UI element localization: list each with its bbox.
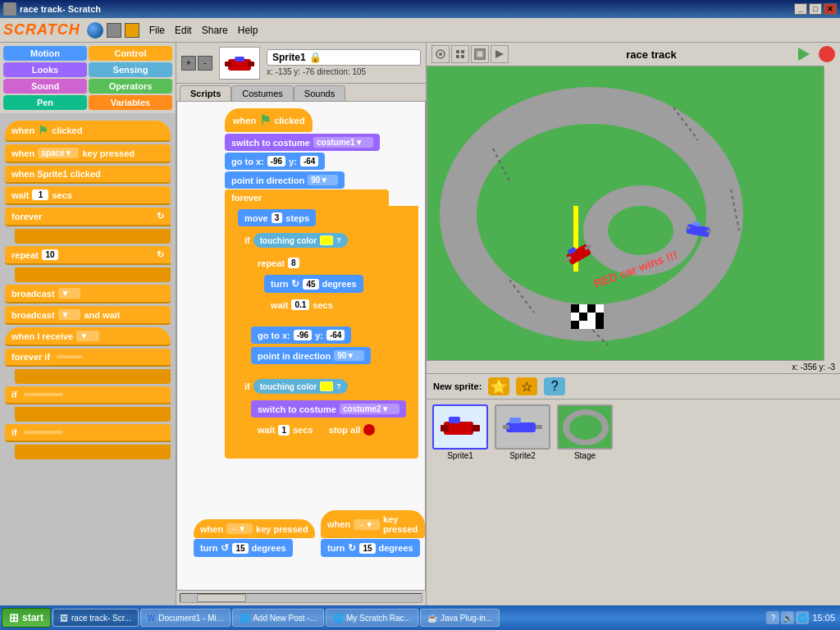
taskbar-word[interactable]: W Document1 - Mi... (140, 609, 231, 627)
svg-rect-52 (503, 425, 509, 429)
taskbar-items: 🖼 race track- Scr... W Document1 - Mi...… (52, 609, 765, 627)
block-move[interactable]: move 3 steps (238, 209, 316, 226)
close-button[interactable]: ✕ (824, 3, 837, 15)
color-swatch-2[interactable] (320, 381, 333, 391)
minimize-button[interactable]: _ (794, 3, 807, 15)
tab-scripts[interactable]: Scripts (180, 85, 231, 101)
block-wait[interactable]: wait 1 secs (5, 186, 171, 205)
category-pen[interactable]: Pen (3, 95, 87, 110)
category-sound[interactable]: Sound (3, 79, 87, 94)
view-controls (431, 45, 509, 63)
new-sprite-button[interactable]: ☆ (516, 377, 537, 395)
taskbar-scratch[interactable]: 🖼 race track- Scr... (52, 609, 139, 627)
svg-rect-29 (587, 304, 596, 313)
taskbar-java[interactable]: ☕ Java Plug-in... (420, 609, 500, 627)
category-control[interactable]: Control (89, 46, 172, 61)
block-turn-1[interactable]: turn ↻ 45 degrees (264, 275, 363, 293)
block-repeat-8[interactable]: repeat 8 (251, 254, 382, 272)
block-stop-all[interactable]: stop all (322, 421, 382, 439)
fullscreen-icon[interactable] (471, 45, 489, 63)
taskbar-scratch-label: race track- Scr... (71, 614, 131, 623)
block-when-clicked[interactable]: when ⚑ clicked (5, 121, 171, 142)
script-scrollbar[interactable] (176, 591, 426, 605)
svg-rect-8 (456, 55, 459, 58)
block-point-direction[interactable]: point in direction 90▼ (225, 171, 345, 189)
block-when-left[interactable]: when ←▼ key pressed (194, 519, 315, 538)
block-go-to-xy-2[interactable]: go to x: -96 y: -64 (251, 326, 351, 344)
block-switch-costume2[interactable]: switch to costume costume2▼ (251, 400, 406, 418)
block-broadcast[interactable]: broadcast ▼ (5, 285, 171, 304)
menu-share[interactable]: Share (202, 25, 228, 36)
menu-edit[interactable]: Edit (175, 25, 192, 36)
block-forever[interactable]: forever ↻ (5, 208, 171, 226)
touching-color-2[interactable]: touching color ? (253, 379, 348, 394)
block-key-pressed[interactable]: when space▼ key pressed (5, 144, 171, 163)
svg-rect-2 (248, 62, 254, 66)
scrollbar-thumb[interactable] (197, 594, 246, 602)
center-tabs: Scripts Costumes Sounds (176, 84, 426, 101)
paint-sprite-button[interactable]: ⭐ (488, 377, 509, 395)
block-if2[interactable]: if (5, 424, 171, 442)
block-if-touching2[interactable]: if touching color ? (238, 376, 390, 397)
block-repeat[interactable]: repeat 10 ↻ (5, 246, 171, 265)
category-variables[interactable]: Variables (89, 95, 172, 110)
category-operators[interactable]: Operators (89, 79, 172, 94)
view-icon-2[interactable] (451, 45, 469, 63)
sprite1-thumb[interactable]: Sprite1 (431, 404, 489, 460)
sprite2-thumb[interactable]: Sprite2 (494, 404, 551, 460)
block-turn-left[interactable]: turn ↺ 15 degrees (194, 539, 293, 557)
maximize-button[interactable]: □ (809, 3, 822, 15)
block-broadcast-wait[interactable]: broadcast ▼ and wait (5, 306, 171, 325)
block-forever-header[interactable]: forever (225, 189, 389, 206)
if1-body: repeat 8 turn ↻ 45 degrees (238, 251, 418, 368)
block-when-receive[interactable]: when I receive ▼ (5, 327, 171, 346)
tab-sounds[interactable]: Sounds (294, 85, 345, 101)
category-motion[interactable]: Motion (3, 46, 87, 61)
block-wait-01[interactable]: wait 0.1 secs (264, 296, 340, 313)
block-sprite-clicked[interactable]: when Sprite1 clicked (5, 166, 171, 184)
stage-size-icon[interactable] (491, 45, 509, 63)
script-area[interactable]: when ⚑ clicked switch to costume costume… (176, 101, 426, 591)
stage-label: Stage (574, 451, 596, 460)
menu-file[interactable]: File (149, 25, 165, 36)
view-icon-1[interactable] (431, 45, 450, 63)
start-button[interactable]: ⊞ start (2, 608, 51, 628)
svg-rect-34 (579, 321, 587, 329)
block-wait-1[interactable]: wait 1 secs (251, 422, 319, 439)
green-flag-button[interactable] (794, 45, 812, 63)
tab-costumes[interactable]: Costumes (231, 85, 294, 101)
right-panel: race track (427, 43, 840, 605)
block-switch-costume[interactable]: switch to costume costume1▼ (225, 134, 380, 151)
category-sensing[interactable]: Sensing (89, 62, 172, 77)
block-if1[interactable]: if (5, 386, 171, 404)
taskbar-browser1[interactable]: 🌐 Add New Post -... (232, 609, 324, 627)
svg-rect-25 (571, 304, 579, 313)
stage-controls (794, 45, 835, 63)
save-icon[interactable] (107, 23, 121, 38)
repeat-bottom (251, 317, 418, 323)
stage-thumb-item[interactable]: Stage (556, 404, 614, 460)
category-looks[interactable]: Looks (3, 62, 87, 77)
flag-icon: ⚑ (38, 124, 48, 137)
svg-point-18 (608, 206, 673, 255)
touching-color-1[interactable]: touching color ? (253, 233, 348, 248)
collapse-btn[interactable]: - (198, 56, 212, 71)
block-forever-if[interactable]: forever if (5, 349, 171, 367)
block-point-dir-2[interactable]: point in direction 90▼ (251, 347, 371, 364)
menu-help[interactable]: Help (238, 25, 258, 36)
block-turn-right[interactable]: turn ↻ 15 degrees (321, 539, 420, 557)
help-sprite-button[interactable]: ? (544, 377, 565, 395)
block-go-to-xy[interactable]: go to x: -96 y: -64 (225, 153, 325, 170)
expand-btn[interactable]: + (181, 56, 196, 71)
block-when-right[interactable]: when →▼ key pressed (321, 510, 425, 538)
globe-icon[interactable] (87, 22, 103, 39)
stop-button[interactable] (819, 46, 835, 62)
color-swatch-1[interactable] (320, 235, 333, 245)
taskbar-browser2[interactable]: 🌐 My Scratch Rac... (326, 609, 418, 627)
svg-rect-7 (461, 50, 464, 53)
folder-icon[interactable] (125, 23, 139, 38)
svg-rect-30 (596, 304, 604, 313)
blocks-list: when ⚑ clicked when space▼ key pressed w… (0, 113, 176, 605)
block-if-touching1[interactable]: if touching color ? (238, 230, 390, 251)
block-when-flag[interactable]: when ⚑ clicked (225, 108, 313, 132)
